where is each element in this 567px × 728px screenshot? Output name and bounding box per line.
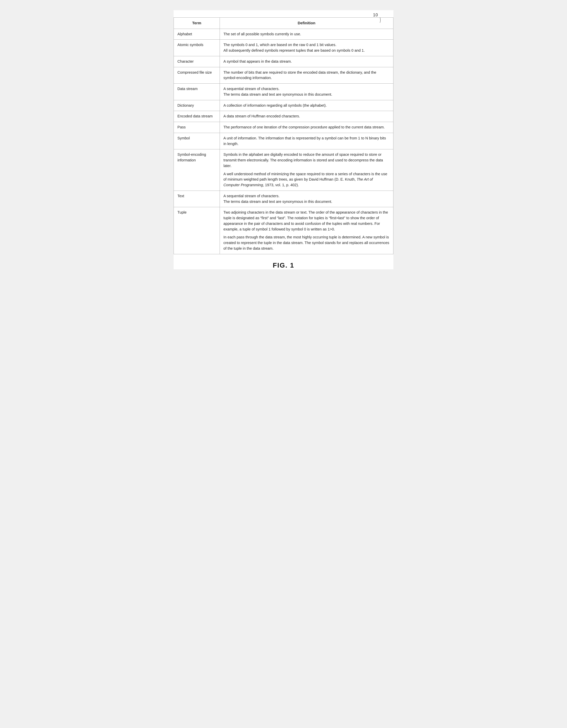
term-cell: Encoded data stream (174, 111, 220, 122)
definition-cell: A collection of information regarding al… (220, 100, 393, 111)
definition-cell: The number of bits that are required to … (220, 67, 393, 84)
definition-paragraph: A data stream of Huffman encoded charact… (224, 114, 389, 119)
table-row: CharacterA symbol that appears in the da… (174, 56, 393, 67)
definition-paragraph: The set of all possible symbols currentl… (224, 31, 389, 37)
table-row: PassThe performance of one iteration of … (174, 122, 393, 133)
definition-table: Term Definition AlphabetThe set of all p… (174, 17, 393, 254)
definition-cell: The set of all possible symbols currentl… (220, 29, 393, 40)
term-cell: Character (174, 56, 220, 67)
definition-cell: A sequential stream of characters. The t… (220, 191, 393, 207)
definition-paragraph: A sequential stream of characters. The t… (224, 193, 389, 205)
definition-paragraph: A well understood method of minimizing t… (224, 171, 389, 188)
definition-cell: Symbols in the alphabet are digitally en… (220, 149, 393, 191)
term-cell: Symbol (174, 133, 220, 149)
definition-paragraph: A sequential stream of characters. The t… (224, 86, 389, 97)
table-row: SymbolA unit of information. The informa… (174, 133, 393, 149)
definition-paragraph: The performance of one iteration of the … (224, 125, 389, 130)
term-cell: Dictionary (174, 100, 220, 111)
definition-paragraph: In each pass through the data stream, th… (224, 235, 389, 251)
term-cell: Pass (174, 122, 220, 133)
definition-paragraph: Symbols in the alphabet are digitally en… (224, 152, 389, 169)
definition-cell: A symbol that appears in the data stream… (220, 56, 393, 67)
definition-cell: Two adjoining characters in the data str… (220, 207, 393, 254)
table-row: Compressed file sizeThe number of bits t… (174, 67, 393, 84)
table-row: TupleTwo adjoining characters in the dat… (174, 207, 393, 254)
term-cell: Alphabet (174, 29, 220, 40)
definition-cell: The symbols 0 and 1, which are based on … (220, 40, 393, 56)
table-header-row: Term Definition (174, 18, 393, 29)
term-cell: Atomic symbols (174, 40, 220, 56)
term-cell: Tuple (174, 207, 220, 254)
table-row: DictionaryA collection of information re… (174, 100, 393, 111)
table-row: Encoded data streamA data stream of Huff… (174, 111, 393, 122)
definition-cell: The performance of one iteration of the … (220, 122, 393, 133)
term-cell: Text (174, 191, 220, 207)
page-number-area: 10 ) (174, 10, 393, 17)
header-definition: Definition (220, 18, 393, 29)
definition-paragraph: The symbols 0 and 1, which are based on … (224, 42, 389, 53)
term-cell: Compressed file size (174, 67, 220, 84)
definition-cell: A unit of information. The information t… (220, 133, 393, 149)
definition-cell: A sequential stream of characters. The t… (220, 84, 393, 100)
term-cell: Symbol-encoding information (174, 149, 220, 191)
table-row: TextA sequential stream of characters. T… (174, 191, 393, 207)
table-row: AlphabetThe set of all possible symbols … (174, 29, 393, 40)
term-cell: Data stream (174, 84, 220, 100)
table-row: Atomic symbolsThe symbols 0 and 1, which… (174, 40, 393, 56)
definition-paragraph: The number of bits that are required to … (224, 70, 389, 81)
definition-paragraph: A symbol that appears in the data stream… (224, 59, 389, 64)
figure-caption: FIG. 1 (174, 261, 393, 269)
definition-paragraph: Two adjoining characters in the data str… (224, 210, 389, 232)
page-number: 10 (373, 13, 378, 17)
definition-paragraph: A collection of information regarding al… (224, 103, 389, 108)
definition-cell: A data stream of Huffman encoded charact… (220, 111, 393, 122)
page-container: 10 ) Term Definition AlphabetThe set of … (174, 10, 393, 269)
header-term: Term (174, 18, 220, 29)
table-row: Data streamA sequential stream of charac… (174, 84, 393, 100)
table-row: Symbol-encoding informationSymbols in th… (174, 149, 393, 191)
definition-paragraph: A unit of information. The information t… (224, 136, 389, 147)
bracket-mark: ) (380, 16, 381, 23)
